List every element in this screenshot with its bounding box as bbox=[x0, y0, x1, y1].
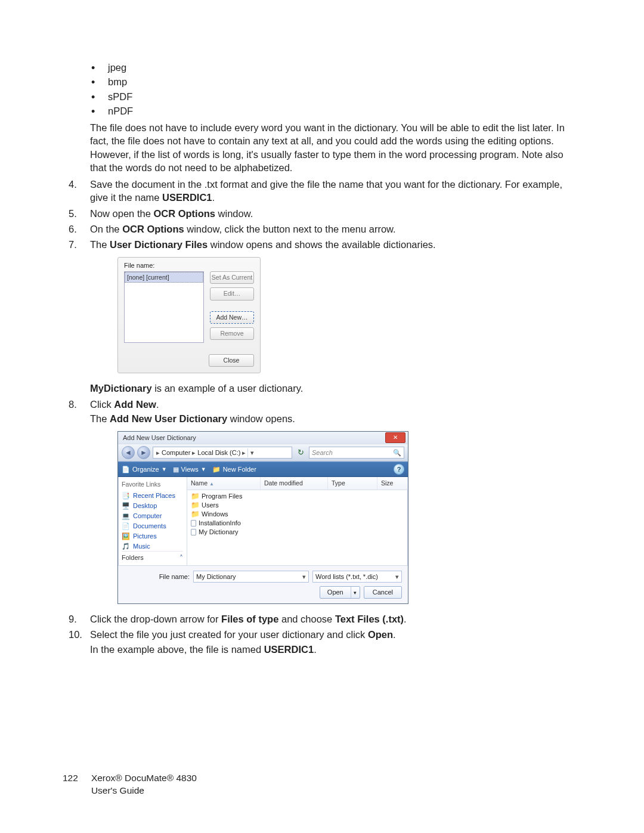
forward-button[interactable]: ► bbox=[137, 446, 150, 459]
file-name-label: File name: bbox=[124, 261, 254, 270]
page-footer: 122 Xerox® DocuMate® 4830 User's Guide bbox=[63, 772, 197, 797]
breadcrumb-dropdown-icon[interactable]: ▾ bbox=[247, 448, 256, 457]
file-item[interactable]: InstallationInfo bbox=[191, 519, 404, 528]
breadcrumb-local-disk[interactable]: Local Disk (C:) bbox=[197, 448, 240, 457]
open-button[interactable]: Open ▾ bbox=[320, 586, 360, 599]
remove-button[interactable]: Remove bbox=[210, 327, 254, 340]
nav-pictures[interactable]: 🖼️Pictures bbox=[122, 532, 183, 541]
back-button[interactable]: ◄ bbox=[122, 446, 135, 459]
bullet-item: nPDF bbox=[91, 104, 581, 117]
file-name-field[interactable]: My Dictionary▾ bbox=[193, 571, 309, 583]
step-9: Click the drop-down arrow for Files of t… bbox=[63, 612, 581, 625]
nav-desktop[interactable]: 🖥️Desktop bbox=[122, 501, 183, 510]
nav-music[interactable]: 🎵Music bbox=[122, 542, 183, 551]
column-size[interactable]: Size bbox=[377, 477, 408, 490]
set-as-current-button[interactable]: Set As Current bbox=[210, 271, 254, 284]
dictionary-listbox[interactable]: [none] [current] bbox=[124, 271, 204, 343]
breadcrumb[interactable]: ▸ Computer ▸ Local Disk (C:) ▸ ▾ bbox=[153, 447, 292, 459]
bullet-item: sPDF bbox=[91, 90, 581, 103]
folder-item[interactable]: 📁Program Files bbox=[191, 492, 404, 501]
new-folder-button[interactable]: 📁 New Folder bbox=[212, 465, 256, 474]
edit-button[interactable]: Edit… bbox=[210, 287, 254, 300]
product-name: Xerox® DocuMate® 4830 bbox=[91, 772, 197, 785]
favorite-links-header: Favorite Links bbox=[122, 480, 183, 488]
user-dictionary-files-dialog: File name: [none] [current] Set As Curre… bbox=[117, 257, 261, 373]
page-number: 122 bbox=[63, 772, 78, 797]
help-icon[interactable]: ? bbox=[394, 464, 404, 475]
column-date-modified[interactable]: Date modified bbox=[261, 477, 328, 490]
breadcrumb-computer[interactable]: Computer bbox=[162, 448, 190, 457]
folders-toggle[interactable]: Folders ˄ bbox=[122, 551, 183, 563]
refresh-icon[interactable]: ↻ bbox=[295, 447, 306, 458]
organize-menu[interactable]: 📄 Organize ▼ bbox=[122, 465, 167, 474]
nav-documents[interactable]: 📄Documents bbox=[122, 522, 183, 531]
bullet-item: jpeg bbox=[91, 61, 581, 74]
mydictionary-note: MyDictionary is an example of a user dic… bbox=[90, 382, 581, 395]
paragraph-after-bullets: The file does not have to include every … bbox=[90, 121, 581, 174]
chevron-up-icon: ˄ bbox=[179, 553, 183, 563]
column-name[interactable]: Name▲ bbox=[187, 477, 261, 490]
guide-name: User's Guide bbox=[91, 785, 197, 797]
cancel-button[interactable]: Cancel bbox=[364, 586, 402, 599]
add-new-user-dictionary-dialog: Add New User Dictionary ✕ ◄ ► ▸ Computer… bbox=[117, 431, 408, 604]
dictionary-list-item-selected[interactable]: [none] [current] bbox=[125, 272, 203, 283]
close-button[interactable]: Close bbox=[209, 354, 254, 367]
dialog-title: Add New User Dictionary bbox=[120, 433, 385, 442]
nav-computer[interactable]: 💻Computer bbox=[122, 512, 183, 521]
step-8: Click Add New. The Add New User Dictiona… bbox=[63, 398, 581, 604]
window-close-button[interactable]: ✕ bbox=[385, 432, 405, 443]
folder-item[interactable]: 📁Windows bbox=[191, 510, 404, 519]
file-name-label: File name: bbox=[124, 572, 190, 581]
step-10: Select the file you just created for you… bbox=[63, 628, 581, 656]
file-list[interactable]: 📁Program Files 📁Users 📁Windows Installat… bbox=[187, 490, 408, 538]
file-type-filter[interactable]: Word lists (*.txt, *.dic)▾ bbox=[312, 571, 402, 583]
file-item[interactable]: My Dictionary bbox=[191, 528, 404, 537]
search-icon: 🔍 bbox=[393, 448, 401, 457]
views-menu[interactable]: ▦ Views ▼ bbox=[173, 465, 206, 474]
search-input[interactable]: Search 🔍 bbox=[309, 447, 404, 459]
step-7: The User Dictionary Files window opens a… bbox=[63, 238, 581, 395]
step-6: On the OCR Options window, click the but… bbox=[63, 222, 581, 236]
nav-recent-places[interactable]: 📑Recent Places bbox=[122, 491, 183, 500]
open-dropdown-icon[interactable]: ▾ bbox=[351, 587, 360, 598]
folder-item[interactable]: 📁Users bbox=[191, 501, 404, 510]
step-5: Now open the OCR Options window. bbox=[63, 207, 581, 220]
add-new-button[interactable]: Add New… bbox=[210, 311, 254, 324]
step-4: Save the document in the .txt format and… bbox=[63, 178, 581, 205]
column-type[interactable]: Type bbox=[328, 477, 377, 490]
bullet-item: bmp bbox=[91, 75, 581, 88]
